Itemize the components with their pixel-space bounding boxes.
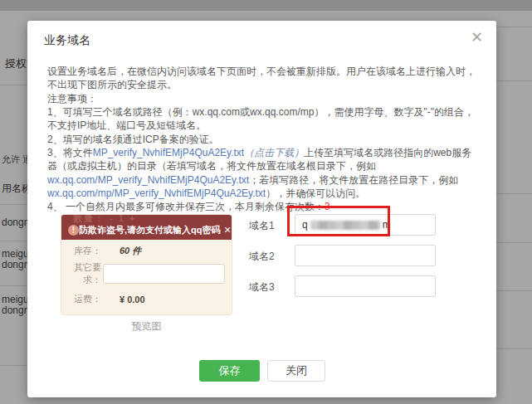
close-icon[interactable]: ✕ [471,30,483,45]
example-url-1: wx.qq.com/MP_verify_NvhifEMjP4QuA2Ey.txt [47,174,249,186]
domain3-input[interactable] [295,275,436,297]
save-button[interactable]: 保存 [199,360,260,382]
warning-icon: ! [68,225,79,236]
security-warning-preview: 数量： - 1 + ! 防欺诈盗号,请勿支付或输入qq密码 ✕ 库存： 60 件… [61,214,232,315]
notes-title: 注意事项： [47,92,481,105]
note-2: 2、填写的域名须通过ICP备案的验证。 [47,133,481,146]
requirements-row: 其它要求： [61,261,225,286]
domain3-label: 域名3 [249,280,275,294]
remaining-saves-count: 3 [325,201,330,212]
verify-file-link[interactable]: MP_verify_NvhifEMjP4QuA2Ey.txt [93,147,245,158]
intro-text: 设置业务域名后，在微信内访问该域名下页面时，不会被重新排版。用户在该域名上进行输… [47,65,481,92]
dialog-description: 设置业务域名后，在微信内访问该域名下页面时，不会被重新排版。用户在该域名上进行输… [47,65,481,213]
note-4: 4、 一个自然月内最多可修改并保存三次，本月剩余保存次数：3 [47,200,481,213]
fraud-warning-banner: ! 防欺诈盗号,请勿支付或输入qq密码 ✕ [61,221,232,240]
note-3: 3、将文件MP_verify_NvhifEMjP4QuA2Ey.txt（点击下载… [47,146,481,200]
note-4-text: 4、 一个自然月内最多可修改并保存三次，本月剩余保存次数： [47,201,325,212]
note-1: 1、可填写三个域名或路径（例：wx.qq.com或wx.qq.com/mp），需… [47,105,481,133]
domain1-input[interactable]: qm [295,214,436,236]
preview-caption: 预览图 [61,319,232,333]
domain2-input[interactable] [295,245,436,266]
preview-header: 数量： - 1 + ! 防欺诈盗号,请勿支付或输入qq密码 ✕ [61,215,232,240]
requirements-input [103,264,225,284]
requirements-label: 其它要求： [61,261,101,286]
business-domain-dialog: 业务域名 ✕ 设置业务域名后，在微信内访问该域名下页面时，不会被重新排版。用户在… [27,21,496,397]
stock-label: 库存： [61,245,101,257]
warning-close-icon: ✕ [224,225,232,236]
close-button[interactable]: 关闭 [267,360,325,382]
note-3-mid2: ；若填写路径，将文件放置在路径目录下，例如 [249,174,458,186]
stock-row: 库存： 60 件 [61,245,225,257]
note-3-prefix: 3、将文件 [47,147,93,158]
domain1-censored-value [310,221,380,230]
domain1-value-end: m [383,219,391,231]
note-3-suffix: ），并确保可以访问。 [266,187,365,199]
shipping-value: ¥ 0.00 [120,294,145,304]
stock-value: 60 件 [120,245,141,257]
shipping-row: 运费： ¥ 0.00 [61,293,225,305]
dialog-title: 业务域名 [44,33,90,48]
screen: 授权管 允许 通过 用名称作 dongmin meigua dongmin me… [0,0,532,404]
domain1-value-start: q [302,219,308,231]
download-link[interactable]: （点击下载） [244,147,304,158]
example-url-2: wx.qq.com/mp/MP_verify_NvhifEMjP4QuA2Ey.… [47,187,266,199]
warning-text: 防欺诈盗号,请勿支付或输入qq密码 [79,224,221,236]
domain1-label: 域名1 [249,219,275,233]
domain2-label: 域名2 [249,250,275,264]
shipping-label: 运费： [61,293,101,305]
